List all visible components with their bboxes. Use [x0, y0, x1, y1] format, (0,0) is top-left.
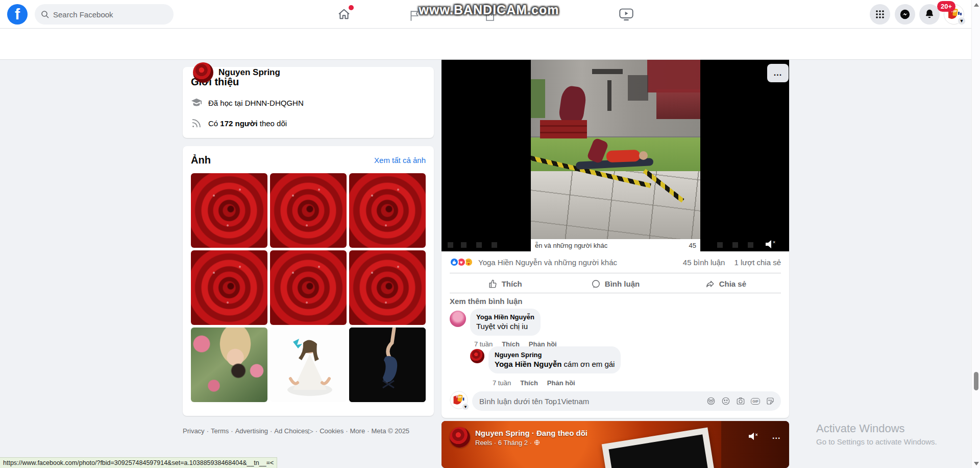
svg-text:×: × [755, 433, 758, 437]
reply-author-avatar[interactable] [470, 349, 484, 363]
footer-link-privacy[interactable]: Privacy [183, 427, 205, 435]
activate-windows-watermark: Activate Windows Go to Settings to activ… [816, 422, 937, 446]
reply-like-link[interactable]: Thích [520, 379, 538, 387]
comment-composer[interactable]: GIF [472, 391, 781, 411]
photo-thumbnail-meditation[interactable] [270, 327, 347, 402]
gym-video-frame [531, 60, 700, 251]
reels-post-card[interactable]: Nguyen Spring · Đang theo dõi Reels · 6 … [442, 421, 789, 468]
reels-author-avatar[interactable] [450, 427, 470, 448]
divider [450, 293, 781, 293]
photo-thumbnail-rose-5[interactable] [270, 250, 347, 325]
comment-button[interactable]: Bình luận [560, 275, 670, 292]
photo-grid [191, 173, 426, 402]
search-input[interactable]: Search Facebook [35, 4, 174, 25]
like-reaction-icon[interactable] [450, 258, 459, 267]
home-tab[interactable] [337, 7, 351, 21]
scrollbar-down-arrow[interactable] [974, 462, 979, 465]
comment-time[interactable]: 7 tuần [474, 340, 493, 348]
avatar-sticker-icon[interactable] [706, 396, 716, 406]
status-url-text: https://www.facebook.com/photo/?fbid=309… [3, 459, 274, 466]
camera-icon[interactable] [736, 396, 745, 406]
photo-thumbnail-rose-3[interactable] [349, 173, 426, 248]
globe-privacy-icon [534, 439, 540, 446]
photo-thumbnail-rose-2[interactable] [270, 173, 347, 248]
reply-time[interactable]: 7 tuần [493, 379, 511, 387]
see-all-photos-link[interactable]: Xem tất cả ảnh [374, 156, 426, 165]
education-row: Đã học tại DHNN-DHQGHN [191, 97, 426, 108]
svg-text:TOP: TOP [456, 395, 462, 399]
notifications-button[interactable] [919, 4, 940, 25]
photo-thumbnail-rose-6[interactable] [349, 250, 426, 325]
shares-count[interactable]: 1 lượt chia sẻ [734, 258, 781, 267]
more-options-button[interactable]: ... [767, 64, 789, 82]
bandicam-watermark: www.BANDICAM.com [408, 1, 570, 18]
composer-avatar[interactable]: TOP ▼ [450, 391, 468, 409]
footer-link-terms[interactable]: Terms [211, 427, 229, 435]
chevron-down-icon[interactable]: ▼ [958, 17, 966, 25]
scrollbar-thumb[interactable] [974, 372, 978, 390]
reels-author-line[interactable]: Nguyen Spring · Đang theo dõi [475, 429, 587, 437]
composer-identity-chevron-icon[interactable]: ▼ [462, 403, 469, 410]
reels-controls: × ... [748, 431, 780, 441]
reply-mention[interactable]: Yoga Hiền Nguyễn [495, 360, 561, 368]
reels-more-button[interactable]: ... [772, 432, 780, 441]
profile-header-avatar[interactable] [193, 62, 213, 83]
emoji-icon[interactable] [721, 396, 730, 406]
facebook-logo[interactable]: f [7, 4, 28, 25]
reply-author-name[interactable]: Nguyen Spring [495, 350, 615, 359]
reply-bubble: Nguyen Spring Yoga Hiền Nguyễn cám ơn em… [488, 346, 621, 373]
overlay-comment-count: 45 [689, 242, 696, 249]
photo-thumbnail-rose-4[interactable] [191, 250, 267, 325]
like-button[interactable]: Thích [450, 275, 560, 292]
reels-blurred-background [721, 421, 789, 468]
comment-author-avatar[interactable] [450, 311, 466, 327]
scrollbar-up-arrow[interactable] [974, 3, 979, 7]
footer-separator: · [207, 427, 209, 435]
graduation-cap-icon [191, 97, 202, 108]
photo-thumbnail-rose-1[interactable] [191, 173, 267, 248]
player-control-dim [732, 242, 738, 248]
footer-link-advertising[interactable]: Advertising [235, 427, 268, 435]
followers-text: Có 172 người theo dõi [208, 119, 287, 128]
home-notification-dot [349, 5, 354, 10]
reels-post-header: Nguyen Spring · Đang theo dõi Reels · 6 … [450, 427, 587, 448]
reply-meta-row: 7 tuần Thích Phản hồi [493, 379, 575, 387]
reactions-names-text[interactable]: Yoga Hiền Nguyễn và những người khác [478, 258, 683, 267]
profile-header-bar: Nguyen Spring ... [0, 29, 980, 60]
footer-separator: · [367, 427, 369, 435]
comment-button-label: Bình luận [605, 279, 640, 288]
comment-input[interactable] [479, 397, 706, 406]
comment-author-name[interactable]: Yoga Hiền Nguyễn [476, 313, 534, 321]
watch-tab[interactable] [619, 7, 634, 21]
mute-toggle-icon[interactable]: × [765, 239, 778, 250]
photos-title: Ảnh [191, 154, 211, 166]
reels-meta-line: Reels · 6 Tháng 2 · [475, 439, 587, 447]
footer-link-cookies[interactable]: Cookies [320, 427, 344, 435]
adchoices-icon: ▷ [308, 427, 313, 435]
gif-icon[interactable]: GIF [751, 398, 760, 405]
photo-thumbnail-yoga[interactable] [349, 327, 426, 402]
footer-link-more[interactable]: More [350, 427, 365, 435]
share-button[interactable]: Chia sẻ [671, 275, 781, 292]
footer-link-adchoices[interactable]: Ad Choices [274, 427, 308, 435]
see-more-comments-link[interactable]: Xem thêm bình luận [450, 297, 523, 306]
photos-card: Ảnh Xem tất cả ảnh [183, 146, 434, 416]
comments-count[interactable]: 45 bình luận [683, 258, 725, 267]
footer: Privacy·Terms·Advertising·Ad Choices▷·Co… [183, 427, 448, 435]
video-engagement-overlay: ễn và những người khác 45 [531, 239, 700, 251]
divider [450, 273, 781, 273]
activate-windows-line1: Activate Windows [816, 422, 937, 435]
page-title: Nguyen Spring [218, 62, 280, 83]
reels-mute-icon[interactable]: × [748, 431, 760, 441]
reply-reply-link[interactable]: Phản hồi [547, 379, 575, 387]
activate-windows-line2: Go to Settings to activate Windows. [816, 437, 937, 446]
player-control-dim [476, 242, 482, 248]
page-scrollbar[interactable] [971, 0, 980, 468]
top-navigation-bar: f Search Facebook www.BANDICAM.com [0, 0, 980, 29]
reply-text: Yoga Hiền Nguyễn cám ơn em gái [495, 359, 615, 369]
post-video-player[interactable]: ễn và những người khác 45 × [442, 60, 789, 251]
sticker-icon[interactable] [766, 396, 775, 406]
messenger-button[interactable] [895, 4, 915, 25]
photo-thumbnail-portrait[interactable] [191, 327, 267, 402]
apps-menu-button[interactable] [870, 4, 890, 25]
